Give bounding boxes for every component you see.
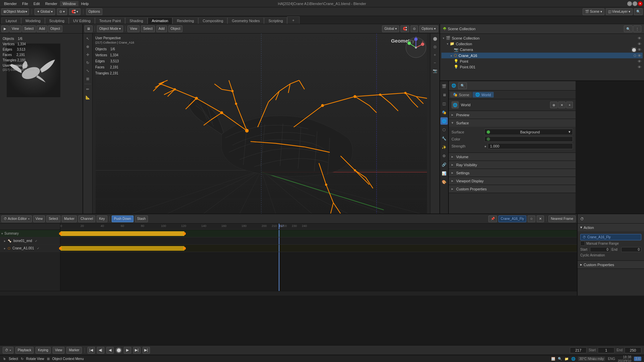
preview-editor-type[interactable]: ▶ — [1, 25, 9, 32]
vp-zoom-in[interactable]: ＋ — [431, 51, 439, 58]
vp-proportional[interactable]: ⊙ — [411, 25, 418, 32]
world-new[interactable]: + — [566, 102, 573, 108]
tab-texture-paint[interactable]: Texture Paint — [95, 17, 125, 24]
menu-window[interactable]: Window — [60, 1, 78, 6]
prop-constraints[interactable]: 🔗 — [440, 161, 448, 168]
surface-section-header[interactable]: ▾ Surface — [449, 119, 576, 127]
menu-file[interactable]: File — [19, 1, 31, 6]
vp-global-orient[interactable]: Global ▾ — [382, 25, 399, 32]
ap-custom-props-header[interactable]: ▸ Custom Properties — [578, 261, 644, 268]
props-search[interactable]: 🔍 — [458, 82, 467, 89]
tab-compositing[interactable]: Compositing — [198, 17, 227, 24]
ae-action-name[interactable]: Crane_A16_Fly — [498, 216, 526, 222]
tool-transform[interactable]: ⊞ — [84, 75, 92, 82]
vp-editor-type[interactable]: 🖥 — [85, 25, 93, 32]
close-button[interactable]: ✕ — [638, 1, 643, 6]
ae-crane-track[interactable] — [60, 245, 577, 252]
tab-uv-editing[interactable]: UV Editing — [69, 17, 95, 24]
play-btn[interactable]: ▶ — [124, 347, 131, 354]
vp-sidebar-toggle[interactable]: ⬤ — [431, 35, 439, 42]
prop-data[interactable]: 📊 — [440, 170, 448, 177]
main-3d-viewport[interactable]: 🖥 Object Mode ▾ View Select Add Object G… — [83, 24, 439, 214]
viewlayer-dropdown[interactable]: ◫ ViewLayer ▾ — [606, 8, 633, 15]
tree-crane[interactable]: ▸ ⬡ Crane_A16 ⬡ 👁 — [441, 53, 643, 58]
vp-zoom-out[interactable]: − — [431, 59, 439, 66]
color-swatch[interactable] — [484, 136, 573, 142]
tool-annotate[interactable]: ✏ — [84, 85, 92, 93]
scene-dropdown[interactable]: 🎬 Scene ▾ — [583, 8, 604, 15]
preview-viewport[interactable]: Objects 1/6 Vertices 1,334 Edges 3,513 F… — [0, 34, 83, 214]
vp-nav-gizmo[interactable]: ◎ — [431, 43, 439, 50]
tab-add[interactable]: ＋ — [287, 16, 300, 24]
track-cursor-empty[interactable] — [279, 252, 279, 291]
preview-object-btn[interactable]: Object — [48, 25, 62, 32]
ae-marker[interactable]: Marker — [62, 216, 77, 222]
jump-start-btn[interactable]: |◀ — [88, 347, 95, 354]
ae-unlink[interactable]: ✕ — [537, 216, 544, 222]
menu-render[interactable]: Render — [43, 1, 60, 6]
prop-render[interactable]: 🎬 — [440, 82, 448, 90]
ae-key[interactable]: Key — [97, 216, 107, 222]
prop-modifier[interactable]: 🔧 — [440, 135, 448, 142]
tree-point001[interactable]: ▸ 💡 Point.001 👁 — [441, 64, 643, 70]
settings-header[interactable]: ▸ Settings — [449, 169, 576, 177]
tab-scripting[interactable]: Scripting — [264, 17, 287, 24]
global-orient-btn[interactable]: ✦ Global ▾ — [35, 8, 55, 15]
ae-frame-mode[interactable]: Nearest Frame — [548, 216, 576, 222]
vp-camera[interactable]: 📷 — [431, 67, 439, 74]
track-cursor-crane[interactable] — [279, 245, 279, 252]
collection-options[interactable]: ⋮ — [633, 25, 641, 32]
eye-coll[interactable]: 👁 — [638, 42, 641, 46]
prop-view-layer[interactable]: ◫ — [440, 100, 448, 107]
ae-select[interactable]: Select — [46, 216, 60, 222]
ae-empty-track[interactable] — [60, 252, 577, 291]
prev-frame-btn[interactable]: ◀ — [106, 347, 114, 354]
tab-animation[interactable]: Animation — [148, 17, 173, 24]
preview-add-btn[interactable]: Add — [37, 25, 47, 32]
track-cursor-summary[interactable] — [279, 230, 279, 237]
eye-scene[interactable]: 👁 — [638, 36, 641, 40]
vp-view[interactable]: View — [127, 25, 140, 32]
preview-select-btn[interactable]: Select — [22, 25, 36, 32]
ae-new-action[interactable]: ☆ — [528, 216, 535, 222]
eye-point[interactable]: 👁 — [638, 59, 641, 63]
prop-physics[interactable]: ⚙ — [440, 152, 448, 160]
ap-action-header[interactable]: ▾ Action — [578, 224, 644, 231]
menu-help[interactable]: Help — [78, 1, 92, 6]
ae-channel[interactable]: Channel — [78, 216, 95, 222]
tool-cursor[interactable]: ⊕ — [84, 43, 92, 50]
vp-snap[interactable]: 🧲 — [400, 25, 409, 32]
ae-stash[interactable]: Stash — [135, 216, 148, 222]
timeline-ruler[interactable]: 0 20 40 60 80 100 120 140 160 180 200 21… — [60, 224, 577, 230]
manual-frame-check[interactable] — [580, 241, 585, 246]
prev-keyframe-btn[interactable]: ◀| — [97, 347, 104, 354]
ruler-cursor[interactable] — [279, 224, 279, 229]
prop-output[interactable]: 🖥 — [440, 91, 448, 99]
next-frame-btn[interactable]: ▶| — [133, 347, 141, 354]
tool-move[interactable]: ✛ — [84, 51, 92, 58]
tool-scale[interactable]: ⤡ — [84, 67, 92, 74]
ae-push-down[interactable]: Push Down — [112, 216, 133, 222]
viewport-display-header[interactable]: ▸ Viewport Display — [449, 177, 576, 185]
tree-collection[interactable]: ▾ 📁 Collection 👁 — [441, 41, 643, 47]
search-btn[interactable]: 🔍 — [634, 8, 643, 15]
prop-material[interactable]: 🎨 — [440, 178, 448, 186]
playback-btn[interactable]: Playback — [15, 347, 34, 354]
editor-type-dropdown[interactable]: 🖥 Object Mode ▾ — [1, 8, 29, 15]
options-btn[interactable]: Options — [86, 8, 102, 15]
jump-end-btn[interactable]: ▶| — [143, 347, 150, 354]
prop-particles[interactable]: ✨ — [440, 143, 448, 151]
world-browse[interactable]: ⊕ — [550, 102, 557, 108]
prop-object[interactable]: ⬡ — [440, 126, 448, 133]
end-value[interactable]: 0 — [621, 247, 641, 252]
track-cursor-bone[interactable] — [279, 237, 279, 244]
preview-view-btn[interactable]: View — [9, 25, 21, 32]
prop-scene[interactable]: 🎭 — [440, 109, 448, 116]
current-frame-display[interactable]: 217 — [570, 347, 587, 353]
prop-world[interactable]: 🌐 — [440, 117, 448, 125]
tree-camera[interactable]: ▸ 📷 Camera ⬤ 👁 — [441, 47, 643, 53]
world-custom-props-header[interactable]: ▸ Custom Properties — [449, 185, 576, 193]
snap-btn[interactable]: 🧲 ▾ — [69, 8, 80, 15]
playback-editor-type[interactable]: ⏱ ▾ — [3, 347, 13, 354]
eye-cam[interactable]: 👁 — [638, 48, 641, 52]
